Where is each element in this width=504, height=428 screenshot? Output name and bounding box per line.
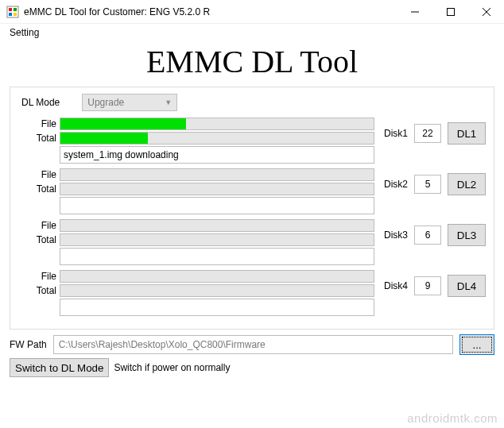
bottom-row: Switch to DL Mode Switch if power on nor…	[10, 358, 494, 377]
total-progress	[60, 132, 374, 145]
status-text: system_1.img downloading	[60, 146, 374, 164]
svg-rect-1	[9, 8, 12, 11]
slot-2: FileTotalDisk25DL2	[18, 168, 486, 214]
disk-value[interactable]: 6	[414, 226, 441, 245]
watermark: androidmtk.com	[407, 411, 498, 425]
browse-button[interactable]: ...	[459, 334, 494, 355]
total-label: Total	[18, 133, 56, 144]
file-label: File	[18, 220, 56, 231]
fw-path-label: FW Path	[10, 339, 47, 350]
slot-3: FileTotalDisk36DL3	[18, 219, 486, 265]
switch-hint: Switch if power on normally	[114, 362, 230, 373]
file-progress	[60, 168, 374, 181]
status-text	[60, 299, 374, 316]
dl-button[interactable]: DL3	[448, 224, 486, 246]
total-progress	[60, 284, 374, 297]
chevron-down-icon: ▼	[165, 98, 172, 106]
dl-mode-value: Upgrade	[87, 97, 124, 108]
total-progress	[60, 183, 374, 195]
title-bar: eMMC DL Tool for Customer: ENG V5.2.0 R	[0, 0, 504, 24]
dl-mode-row: DL Mode Upgrade ▼	[18, 94, 486, 111]
slot-1: FileTotalsystem_1.img downloadingDisk122…	[18, 118, 486, 164]
switch-mode-button[interactable]: Switch to DL Mode	[10, 358, 109, 377]
disk-label: Disk1	[384, 128, 408, 139]
fw-path-input[interactable]: C:\Users\Rajesh\Desktop\Xolo_QC800\Firmw…	[53, 335, 453, 354]
dl-mode-label: DL Mode	[21, 97, 60, 108]
fw-path-row: FW Path C:\Users\Rajesh\Desktop\Xolo_QC8…	[10, 334, 494, 355]
dl-button[interactable]: DL2	[448, 173, 486, 195]
file-label: File	[18, 169, 56, 180]
page-title: EMMC DL Tool	[0, 43, 504, 80]
disk-label: Disk2	[384, 179, 408, 190]
file-label: File	[18, 118, 56, 129]
dl-button[interactable]: DL4	[448, 275, 486, 297]
minimize-button[interactable]	[397, 0, 432, 23]
dl-button[interactable]: DL1	[448, 122, 486, 145]
svg-rect-4	[14, 13, 17, 16]
file-progress	[60, 219, 374, 232]
dl-mode-select[interactable]: Upgrade ▼	[82, 94, 177, 111]
app-icon	[6, 6, 19, 18]
file-label: File	[18, 271, 56, 282]
window-title: eMMC DL Tool for Customer: ENG V5.2.0 R	[24, 6, 397, 17]
main-group: DL Mode Upgrade ▼ FileTotalsystem_1.img …	[10, 87, 494, 330]
disk-label: Disk4	[384, 280, 408, 291]
close-button[interactable]	[468, 0, 504, 23]
status-text	[60, 197, 374, 214]
file-progress	[60, 270, 374, 283]
svg-rect-3	[9, 13, 12, 16]
menu-bar: Setting	[0, 24, 504, 41]
svg-rect-2	[14, 8, 17, 11]
svg-rect-6	[447, 8, 454, 15]
total-label: Total	[18, 234, 56, 245]
total-label: Total	[18, 285, 56, 296]
status-text	[60, 248, 374, 265]
maximize-button[interactable]	[432, 0, 468, 23]
menu-setting[interactable]: Setting	[5, 25, 44, 40]
file-progress	[60, 118, 374, 130]
slot-4: FileTotalDisk49DL4	[18, 270, 486, 316]
total-progress	[60, 233, 374, 246]
disk-value[interactable]: 5	[414, 175, 441, 194]
disk-value[interactable]: 22	[414, 124, 441, 143]
disk-label: Disk3	[384, 229, 408, 241]
total-label: Total	[18, 183, 56, 195]
disk-value[interactable]: 9	[414, 276, 441, 295]
